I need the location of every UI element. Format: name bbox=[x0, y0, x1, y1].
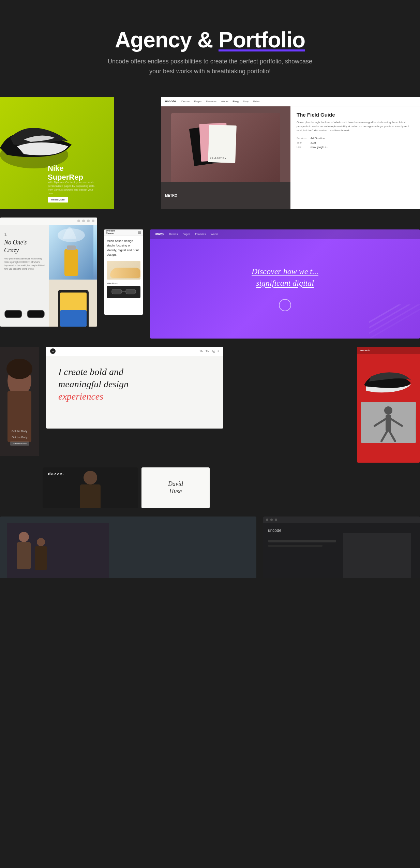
milan-body: Milan based design studio focusing on id… bbox=[104, 236, 143, 301]
field-guide-screenshot: uncode Demos Pages Features Works Blog S… bbox=[161, 97, 420, 209]
crazy-toolbar-dot4 bbox=[92, 220, 94, 222]
bd-nav-icon1: Fb bbox=[200, 349, 203, 353]
milan-shoe-image bbox=[107, 261, 140, 280]
svg-point-31 bbox=[84, 471, 97, 484]
fg-link-label: Link bbox=[297, 146, 306, 149]
dazze-logo: dazze. bbox=[48, 472, 64, 476]
crazy-number: 1. bbox=[4, 232, 45, 237]
br-title: uncode bbox=[268, 528, 415, 533]
david-huse-title: DavidHuse bbox=[168, 480, 183, 495]
br-dot1 bbox=[266, 519, 268, 521]
bd-nav-icon3: Ig bbox=[212, 349, 215, 353]
title-part1: Agency & bbox=[115, 28, 219, 52]
screenshots-area: NikeSuperRep With Dynamic Content, you c… bbox=[0, 97, 420, 592]
crazy-toolbar bbox=[0, 218, 97, 225]
crazy-body: Your personal experiences with money mak… bbox=[4, 257, 45, 270]
crazy-grid: 1. No One'sCrazy Your personal experienc… bbox=[0, 225, 97, 327]
br-dot2 bbox=[270, 519, 273, 521]
bottom-left-svg bbox=[7, 523, 109, 578]
fg-year-label: Year bbox=[297, 141, 306, 144]
screenshots-row1: NikeSuperRep With Dynamic Content, you c… bbox=[0, 97, 420, 209]
book3 bbox=[208, 124, 237, 163]
svg-point-36 bbox=[37, 538, 45, 546]
crazy-cell-text: 1. No One'sCrazy Your personal experienc… bbox=[0, 225, 49, 327]
red-shoe-svg bbox=[361, 364, 412, 399]
field-guide-body: METRO The Field Guide Game plan through … bbox=[161, 106, 420, 209]
dazze-screenshot: dazze. bbox=[43, 467, 138, 508]
screenshots-row4: uncode bbox=[0, 517, 420, 581]
milan-sunglasses bbox=[107, 286, 140, 298]
milan-shoe-shape bbox=[110, 268, 140, 278]
menu-line2 bbox=[138, 232, 141, 233]
portrait-face: Get the Body Subscribe Now bbox=[0, 347, 39, 456]
red-gymnast-image bbox=[361, 402, 416, 443]
header-subtitle: Uncode offers endless possibilities to c… bbox=[108, 57, 312, 76]
svg-rect-16 bbox=[125, 289, 135, 294]
screenshots-row3-top: Get the Body Subscribe Now u Fb Tw Ig ≡ bbox=[0, 347, 420, 463]
field-guide-image: METRO bbox=[161, 106, 290, 209]
unwp-scroll-button[interactable]: ↓ bbox=[279, 299, 291, 311]
milan-logo: UncodeTheme. bbox=[106, 229, 115, 235]
bd-title: I create bold andmeaningful design exper… bbox=[58, 366, 167, 403]
crazy-title: No One'sCrazy bbox=[4, 239, 45, 255]
unwp-nav: unwp Demos Pages Features Works bbox=[150, 229, 420, 239]
fg-services-label: Services bbox=[297, 137, 306, 140]
bd-body: I create bold andmeaningful design exper… bbox=[46, 356, 223, 413]
svg-rect-8 bbox=[64, 249, 78, 276]
red-nav: uncode bbox=[357, 347, 420, 354]
milan-sunglasses-svg bbox=[110, 288, 137, 296]
bd-nav-icon4: ≡ bbox=[217, 349, 219, 353]
field-guide-nav: uncode Demos Pages Features Works Blog S… bbox=[161, 97, 420, 106]
svg-rect-2 bbox=[27, 310, 44, 318]
unwp-down-arrow-icon: ↓ bbox=[284, 302, 286, 308]
svg-rect-13 bbox=[60, 310, 87, 327]
field-guide-nav-logo: uncode bbox=[165, 100, 176, 103]
sunglasses-svg bbox=[4, 307, 45, 320]
crazy-sunglasses-area bbox=[4, 307, 45, 327]
fg-link-value: www.google.c... bbox=[311, 146, 414, 149]
nike-description: With Dynamic Content, you can create per… bbox=[48, 180, 99, 196]
gymnast-svg bbox=[361, 402, 416, 443]
bd-accent-text: experiences bbox=[58, 391, 103, 402]
bd-nav-icon2: Tw bbox=[206, 349, 209, 353]
fg-title: The Field Guide bbox=[297, 112, 414, 118]
svg-rect-9 bbox=[67, 245, 76, 250]
crazy-toolbar-dot3 bbox=[87, 220, 90, 222]
svg-rect-35 bbox=[17, 542, 31, 569]
nike-screenshot: NikeSuperRep With Dynamic Content, you c… bbox=[0, 97, 114, 209]
fg-description: Game plan through the lens of what could… bbox=[297, 120, 414, 133]
crazy-cell-ipad bbox=[49, 280, 97, 327]
bottom-right-screenshot: uncode bbox=[263, 517, 420, 578]
metro-text: METRO bbox=[165, 194, 177, 197]
svg-rect-37 bbox=[35, 546, 47, 570]
br-toolbar bbox=[263, 517, 420, 523]
bd-toolbar: u Fb Tw Ig ≡ bbox=[46, 347, 223, 356]
svg-rect-39 bbox=[268, 540, 336, 542]
nike-read-more[interactable]: Read More bbox=[48, 197, 68, 203]
crazy-screenshot: 1. No One'sCrazy Your personal experienc… bbox=[0, 218, 97, 327]
water-bottle bbox=[49, 225, 97, 280]
svg-rect-32 bbox=[80, 484, 101, 508]
portrait-svg: Get the Body bbox=[0, 347, 39, 456]
crazy-cell-bottle bbox=[49, 225, 97, 280]
svg-point-24 bbox=[384, 406, 392, 415]
br-dot3 bbox=[275, 519, 277, 521]
svg-point-34 bbox=[19, 532, 29, 542]
bottle-svg bbox=[49, 225, 93, 280]
field-guide-content: The Field Guide Game plan through the le… bbox=[290, 106, 420, 209]
milan-menu-icon bbox=[138, 231, 141, 234]
bd-logo-icon: u bbox=[52, 350, 54, 353]
field-guide-nav-items: Demos Pages Features Works Blog Shop Ext… bbox=[181, 100, 259, 103]
menu-line3 bbox=[138, 233, 141, 234]
svg-rect-41 bbox=[343, 533, 411, 578]
svg-point-21 bbox=[6, 359, 32, 379]
dazze-person: dazze. bbox=[43, 467, 138, 508]
unwp-diagonal-decoration bbox=[369, 304, 420, 339]
red-shoe-screenshot: uncode bbox=[357, 347, 420, 463]
portrait-cta-button[interactable]: Subscribe Now bbox=[10, 442, 29, 446]
bold-design-screenshot: u Fb Tw Ig ≡ I create bold andmeaningful… bbox=[46, 347, 223, 429]
svg-rect-20 bbox=[7, 391, 31, 442]
nike-product-title: NikeSuperRep bbox=[48, 164, 83, 182]
red-shoe-image bbox=[361, 361, 416, 402]
milan-description: Milan based design studio focusing on id… bbox=[107, 239, 140, 257]
